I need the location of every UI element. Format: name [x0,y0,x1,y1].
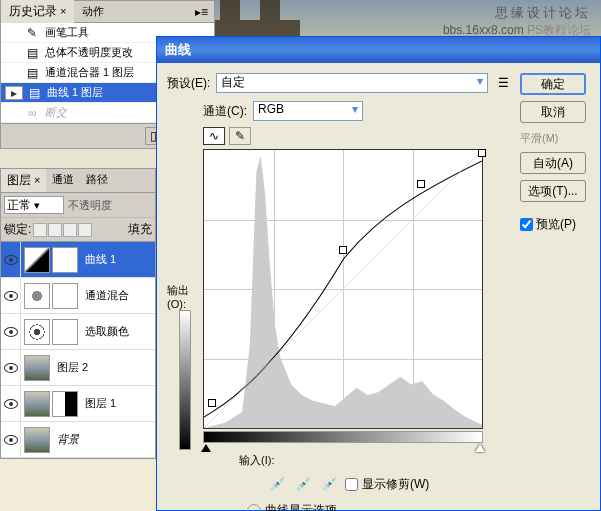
auto-button[interactable]: 自动(A) [520,152,586,174]
watermark: 思缘设计论坛 bbs.16xx8.com PS教程论坛 [443,4,591,39]
chevron-icon: ⌄ [247,504,261,512]
layers-panel: 图层 × 通道 路径 正常 ▾ 不透明度 锁定: 填充 曲线 1 通道混合 [0,168,156,459]
preview-checkbox[interactable]: 预览(P) [520,216,590,233]
input-gradient[interactable] [203,431,483,443]
curves-dialog: 曲线 预设(E): 自定▾ ☰ 通道(C): RGB▾ ∿ ✎ [156,36,601,511]
mask-thumb[interactable] [52,391,78,417]
visibility-toggle[interactable] [1,278,21,314]
eyedropper-black-icon[interactable]: 💉 [267,474,287,494]
tab-actions[interactable]: 动作 [74,1,112,22]
tab-history[interactable]: 历史记录 × [1,0,74,23]
layer-thumb[interactable] [24,319,50,345]
mask-thumb[interactable] [52,319,78,345]
output-gradient [179,310,191,450]
curve-display-options-toggle[interactable]: ⌄ 曲线显示选项 [167,502,512,511]
curve-point[interactable] [208,399,216,407]
white-point-slider[interactable] [475,444,485,452]
curve-point[interactable] [417,180,425,188]
brush-icon: ✎ [23,25,41,41]
layers-list: 曲线 1 通道混合 选取颜色 图层 2 图层 1 背景 [1,242,155,458]
doc-icon: ▤ [23,65,41,81]
histogram [204,150,482,428]
ok-button[interactable]: 确定 [520,73,586,95]
blend-mode-row: 正常 ▾ 不透明度 [1,193,155,218]
visibility-toggle[interactable] [1,314,21,350]
eyedropper-gray-icon[interactable]: 💉 [293,474,313,494]
show-clip-checkbox[interactable]: 显示修剪(W) [345,476,429,493]
eye-icon [4,291,18,301]
curve-tool-spline[interactable]: ∿ [203,127,225,145]
eye-icon [4,399,18,409]
mask-thumb[interactable] [52,247,78,273]
curves-graph[interactable] [203,149,483,429]
layer-thumb[interactable] [24,391,50,417]
layer-item[interactable]: 选取颜色 [1,314,155,350]
eye-icon [4,435,18,445]
blend-mode-select[interactable]: 正常 ▾ [4,196,64,214]
layer-item[interactable]: 图层 2 [1,350,155,386]
eye-icon [4,363,18,373]
eye-icon [4,255,18,265]
visibility-toggle[interactable] [1,350,21,386]
eyedropper-white-icon[interactable]: 💉 [319,474,339,494]
layer-thumb[interactable] [24,283,50,309]
history-tabs: 历史记录 × 动作 ▸≡ [1,1,214,23]
lock-row: 锁定: 填充 [1,218,155,242]
preset-label: 预设(E): [167,75,210,92]
preset-menu-icon[interactable]: ☰ [494,74,512,92]
black-point-slider[interactable] [201,444,211,452]
lock-all-icon[interactable] [78,223,92,237]
visibility-toggle[interactable] [1,386,21,422]
layer-thumb[interactable] [24,355,50,381]
mask-thumb[interactable] [52,283,78,309]
options-button[interactable]: 选项(T)... [520,180,586,202]
panel-menu-icon[interactable]: ▸≡ [189,5,214,19]
layer-item[interactable]: 曲线 1 [1,242,155,278]
lock-image-icon[interactable] [48,223,62,237]
output-label: 输出(O): [167,283,203,310]
curve-tool-pencil[interactable]: ✎ [229,127,251,145]
channel-label: 通道(C): [203,103,247,120]
fill-label: 填充 [128,221,152,238]
dialog-title: 曲线 [157,37,600,63]
tab-paths[interactable]: 路径 [80,169,114,192]
layer-thumb[interactable] [24,427,50,453]
eye-icon [4,327,18,337]
cancel-button[interactable]: 取消 [520,101,586,123]
tab-layers[interactable]: 图层 × [1,169,46,192]
curve-point[interactable] [339,246,347,254]
layer-item[interactable]: 通道混合 [1,278,155,314]
curve-point[interactable] [478,149,486,157]
doc-icon: ▤ [25,85,43,101]
layers-tabs: 图层 × 通道 路径 [1,169,155,193]
smooth-button: 平滑(M) [520,131,590,146]
tab-channels[interactable]: 通道 [46,169,80,192]
layer-item[interactable]: 图层 1 [1,386,155,422]
link-icon: ∞ [23,105,41,121]
opacity-label: 不透明度 [68,198,112,213]
layer-item[interactable]: 背景 [1,422,155,458]
channel-select[interactable]: RGB▾ [253,101,363,121]
preset-select[interactable]: 自定▾ [216,73,488,93]
lock-position-icon[interactable] [63,223,77,237]
visibility-toggle[interactable] [1,242,21,278]
lock-label: 锁定: [4,221,31,238]
input-label: 输入(I): [203,453,483,468]
doc-icon: ▤ [23,45,41,61]
lock-transparent-icon[interactable] [33,223,47,237]
layer-thumb[interactable] [24,247,50,273]
visibility-toggle[interactable] [1,422,21,458]
